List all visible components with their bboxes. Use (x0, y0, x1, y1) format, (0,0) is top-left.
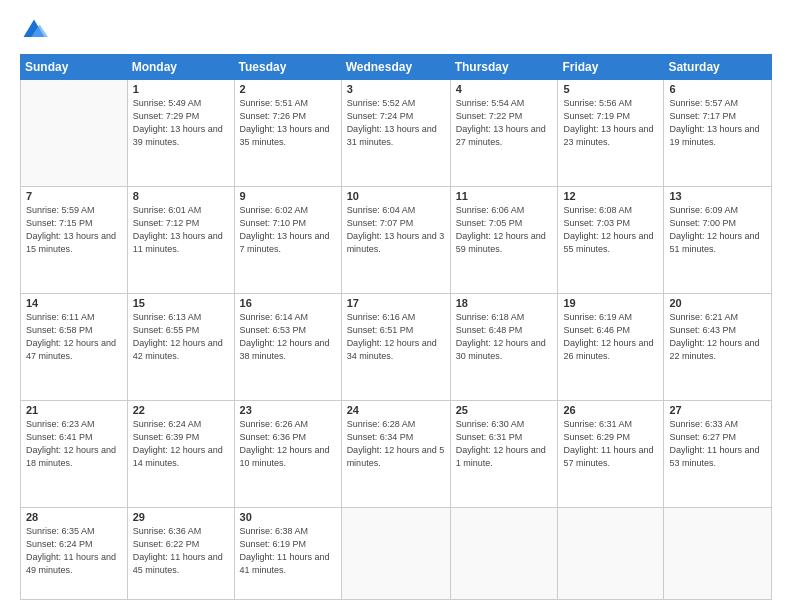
day-number: 7 (26, 190, 122, 202)
day-info: Sunrise: 6:04 AMSunset: 7:07 PMDaylight:… (347, 204, 445, 256)
calendar-cell: 22Sunrise: 6:24 AMSunset: 6:39 PMDayligh… (127, 400, 234, 507)
day-number: 20 (669, 297, 766, 309)
weekday-header-wednesday: Wednesday (341, 55, 450, 80)
calendar-cell: 6Sunrise: 5:57 AMSunset: 7:17 PMDaylight… (664, 80, 772, 187)
day-info: Sunrise: 6:14 AMSunset: 6:53 PMDaylight:… (240, 311, 336, 363)
day-info: Sunrise: 6:09 AMSunset: 7:00 PMDaylight:… (669, 204, 766, 256)
week-row-2: 7Sunrise: 5:59 AMSunset: 7:15 PMDaylight… (21, 186, 772, 293)
day-number: 9 (240, 190, 336, 202)
day-number: 4 (456, 83, 553, 95)
day-info: Sunrise: 5:52 AMSunset: 7:24 PMDaylight:… (347, 97, 445, 149)
day-number: 17 (347, 297, 445, 309)
week-row-1: 1Sunrise: 5:49 AMSunset: 7:29 PMDaylight… (21, 80, 772, 187)
calendar-cell: 17Sunrise: 6:16 AMSunset: 6:51 PMDayligh… (341, 293, 450, 400)
calendar-cell: 16Sunrise: 6:14 AMSunset: 6:53 PMDayligh… (234, 293, 341, 400)
day-number: 15 (133, 297, 229, 309)
weekday-header-sunday: Sunday (21, 55, 128, 80)
day-number: 30 (240, 511, 336, 523)
day-info: Sunrise: 6:38 AMSunset: 6:19 PMDaylight:… (240, 525, 336, 577)
calendar-cell: 27Sunrise: 6:33 AMSunset: 6:27 PMDayligh… (664, 400, 772, 507)
day-info: Sunrise: 6:06 AMSunset: 7:05 PMDaylight:… (456, 204, 553, 256)
calendar-cell: 2Sunrise: 5:51 AMSunset: 7:26 PMDaylight… (234, 80, 341, 187)
day-number: 28 (26, 511, 122, 523)
day-info: Sunrise: 6:13 AMSunset: 6:55 PMDaylight:… (133, 311, 229, 363)
calendar-cell: 11Sunrise: 6:06 AMSunset: 7:05 PMDayligh… (450, 186, 558, 293)
header (20, 16, 772, 44)
day-number: 16 (240, 297, 336, 309)
day-info: Sunrise: 5:49 AMSunset: 7:29 PMDaylight:… (133, 97, 229, 149)
calendar-cell: 29Sunrise: 6:36 AMSunset: 6:22 PMDayligh… (127, 507, 234, 599)
day-number: 1 (133, 83, 229, 95)
day-number: 14 (26, 297, 122, 309)
day-number: 27 (669, 404, 766, 416)
calendar-cell: 19Sunrise: 6:19 AMSunset: 6:46 PMDayligh… (558, 293, 664, 400)
calendar-cell: 14Sunrise: 6:11 AMSunset: 6:58 PMDayligh… (21, 293, 128, 400)
day-info: Sunrise: 6:35 AMSunset: 6:24 PMDaylight:… (26, 525, 122, 577)
day-number: 19 (563, 297, 658, 309)
day-number: 6 (669, 83, 766, 95)
day-number: 13 (669, 190, 766, 202)
calendar-cell: 1Sunrise: 5:49 AMSunset: 7:29 PMDaylight… (127, 80, 234, 187)
day-info: Sunrise: 6:01 AMSunset: 7:12 PMDaylight:… (133, 204, 229, 256)
weekday-header-thursday: Thursday (450, 55, 558, 80)
day-number: 12 (563, 190, 658, 202)
calendar-cell: 20Sunrise: 6:21 AMSunset: 6:43 PMDayligh… (664, 293, 772, 400)
calendar-table: SundayMondayTuesdayWednesdayThursdayFrid… (20, 54, 772, 600)
calendar-cell (341, 507, 450, 599)
calendar-cell (450, 507, 558, 599)
day-number: 26 (563, 404, 658, 416)
calendar-cell (21, 80, 128, 187)
calendar-cell: 7Sunrise: 5:59 AMSunset: 7:15 PMDaylight… (21, 186, 128, 293)
day-info: Sunrise: 5:56 AMSunset: 7:19 PMDaylight:… (563, 97, 658, 149)
day-info: Sunrise: 5:51 AMSunset: 7:26 PMDaylight:… (240, 97, 336, 149)
weekday-header-row: SundayMondayTuesdayWednesdayThursdayFrid… (21, 55, 772, 80)
calendar-cell: 8Sunrise: 6:01 AMSunset: 7:12 PMDaylight… (127, 186, 234, 293)
day-number: 21 (26, 404, 122, 416)
calendar-cell: 23Sunrise: 6:26 AMSunset: 6:36 PMDayligh… (234, 400, 341, 507)
day-info: Sunrise: 6:26 AMSunset: 6:36 PMDaylight:… (240, 418, 336, 470)
day-info: Sunrise: 5:54 AMSunset: 7:22 PMDaylight:… (456, 97, 553, 149)
day-info: Sunrise: 6:11 AMSunset: 6:58 PMDaylight:… (26, 311, 122, 363)
calendar-cell: 4Sunrise: 5:54 AMSunset: 7:22 PMDaylight… (450, 80, 558, 187)
page: SundayMondayTuesdayWednesdayThursdayFrid… (0, 0, 792, 612)
day-info: Sunrise: 6:28 AMSunset: 6:34 PMDaylight:… (347, 418, 445, 470)
day-info: Sunrise: 6:02 AMSunset: 7:10 PMDaylight:… (240, 204, 336, 256)
calendar-cell: 13Sunrise: 6:09 AMSunset: 7:00 PMDayligh… (664, 186, 772, 293)
day-info: Sunrise: 6:16 AMSunset: 6:51 PMDaylight:… (347, 311, 445, 363)
day-number: 22 (133, 404, 229, 416)
weekday-header-saturday: Saturday (664, 55, 772, 80)
day-info: Sunrise: 6:19 AMSunset: 6:46 PMDaylight:… (563, 311, 658, 363)
logo (20, 16, 52, 44)
day-info: Sunrise: 6:31 AMSunset: 6:29 PMDaylight:… (563, 418, 658, 470)
calendar-cell: 26Sunrise: 6:31 AMSunset: 6:29 PMDayligh… (558, 400, 664, 507)
day-info: Sunrise: 6:23 AMSunset: 6:41 PMDaylight:… (26, 418, 122, 470)
weekday-header-tuesday: Tuesday (234, 55, 341, 80)
calendar-cell (558, 507, 664, 599)
calendar-cell: 30Sunrise: 6:38 AMSunset: 6:19 PMDayligh… (234, 507, 341, 599)
calendar-cell (664, 507, 772, 599)
day-info: Sunrise: 6:36 AMSunset: 6:22 PMDaylight:… (133, 525, 229, 577)
day-info: Sunrise: 6:33 AMSunset: 6:27 PMDaylight:… (669, 418, 766, 470)
calendar-cell: 15Sunrise: 6:13 AMSunset: 6:55 PMDayligh… (127, 293, 234, 400)
day-number: 2 (240, 83, 336, 95)
day-info: Sunrise: 5:57 AMSunset: 7:17 PMDaylight:… (669, 97, 766, 149)
day-number: 5 (563, 83, 658, 95)
day-number: 24 (347, 404, 445, 416)
calendar-cell: 3Sunrise: 5:52 AMSunset: 7:24 PMDaylight… (341, 80, 450, 187)
day-info: Sunrise: 6:21 AMSunset: 6:43 PMDaylight:… (669, 311, 766, 363)
day-info: Sunrise: 5:59 AMSunset: 7:15 PMDaylight:… (26, 204, 122, 256)
week-row-5: 28Sunrise: 6:35 AMSunset: 6:24 PMDayligh… (21, 507, 772, 599)
calendar-cell: 21Sunrise: 6:23 AMSunset: 6:41 PMDayligh… (21, 400, 128, 507)
calendar-cell: 9Sunrise: 6:02 AMSunset: 7:10 PMDaylight… (234, 186, 341, 293)
calendar-cell: 25Sunrise: 6:30 AMSunset: 6:31 PMDayligh… (450, 400, 558, 507)
day-number: 3 (347, 83, 445, 95)
weekday-header-friday: Friday (558, 55, 664, 80)
day-info: Sunrise: 6:18 AMSunset: 6:48 PMDaylight:… (456, 311, 553, 363)
day-info: Sunrise: 6:24 AMSunset: 6:39 PMDaylight:… (133, 418, 229, 470)
calendar-cell: 5Sunrise: 5:56 AMSunset: 7:19 PMDaylight… (558, 80, 664, 187)
day-number: 8 (133, 190, 229, 202)
day-number: 23 (240, 404, 336, 416)
day-info: Sunrise: 6:08 AMSunset: 7:03 PMDaylight:… (563, 204, 658, 256)
day-number: 29 (133, 511, 229, 523)
calendar-cell: 18Sunrise: 6:18 AMSunset: 6:48 PMDayligh… (450, 293, 558, 400)
